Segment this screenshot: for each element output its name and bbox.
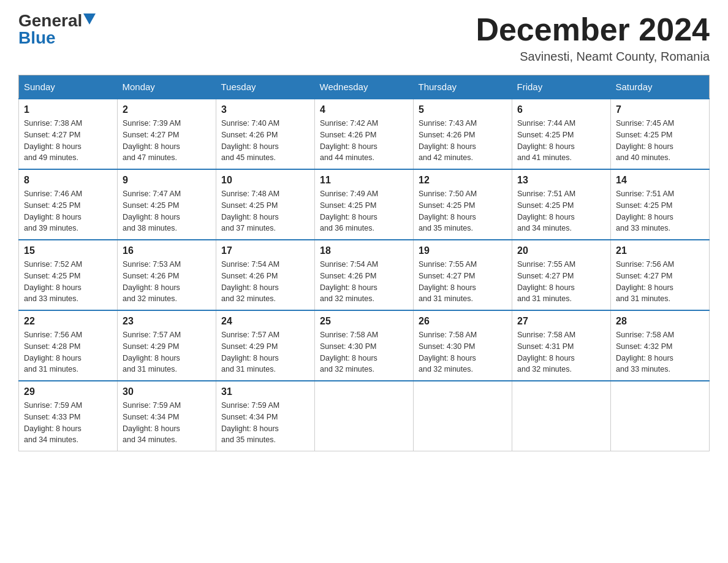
day-number: 20 — [517, 245, 605, 256]
calendar-cell: 30Sunrise: 7:59 AMSunset: 4:34 PMDayligh… — [118, 381, 216, 451]
day-info: Sunrise: 7:42 AMSunset: 4:26 PMDaylight:… — [320, 118, 408, 164]
calendar-cell: 31Sunrise: 7:59 AMSunset: 4:34 PMDayligh… — [216, 381, 315, 451]
day-number: 10 — [221, 175, 309, 186]
logo-triangle-icon — [83, 13, 96, 26]
day-number: 19 — [419, 245, 507, 256]
calendar-cell: 21Sunrise: 7:56 AMSunset: 4:27 PMDayligh… — [611, 240, 710, 310]
calendar-cell: 15Sunrise: 7:52 AMSunset: 4:25 PMDayligh… — [19, 240, 118, 310]
day-info: Sunrise: 7:45 AMSunset: 4:25 PMDaylight:… — [616, 118, 704, 164]
calendar-cell: 27Sunrise: 7:58 AMSunset: 4:31 PMDayligh… — [512, 310, 611, 381]
calendar-cell: 8Sunrise: 7:46 AMSunset: 4:25 PMDaylight… — [19, 169, 118, 240]
calendar-cell: 18Sunrise: 7:54 AMSunset: 4:26 PMDayligh… — [315, 240, 414, 310]
day-number: 25 — [320, 316, 408, 327]
calendar-cell: 12Sunrise: 7:50 AMSunset: 4:25 PMDayligh… — [414, 169, 512, 240]
header-monday: Monday — [118, 75, 216, 99]
calendar-cell: 23Sunrise: 7:57 AMSunset: 4:29 PMDayligh… — [118, 310, 216, 381]
day-number: 30 — [123, 386, 211, 397]
header-tuesday: Tuesday — [216, 75, 315, 99]
day-info: Sunrise: 7:40 AMSunset: 4:26 PMDaylight:… — [221, 118, 309, 164]
day-info: Sunrise: 7:46 AMSunset: 4:25 PMDaylight:… — [24, 188, 112, 234]
svg-marker-0 — [83, 13, 96, 25]
day-info: Sunrise: 7:58 AMSunset: 4:32 PMDaylight:… — [616, 329, 704, 375]
calendar-cell: 25Sunrise: 7:58 AMSunset: 4:30 PMDayligh… — [315, 310, 414, 381]
header-thursday: Thursday — [414, 75, 512, 99]
week-row-3: 15Sunrise: 7:52 AMSunset: 4:25 PMDayligh… — [19, 240, 710, 310]
calendar-cell: 5Sunrise: 7:43 AMSunset: 4:26 PMDaylight… — [414, 99, 512, 169]
day-number: 23 — [123, 316, 211, 327]
day-info: Sunrise: 7:56 AMSunset: 4:27 PMDaylight:… — [616, 259, 704, 305]
day-number: 18 — [320, 245, 408, 256]
calendar-table: SundayMondayTuesdayWednesdayThursdayFrid… — [18, 75, 710, 451]
day-info: Sunrise: 7:58 AMSunset: 4:30 PMDaylight:… — [419, 329, 507, 375]
day-number: 8 — [24, 175, 112, 186]
day-number: 12 — [419, 175, 507, 186]
day-info: Sunrise: 7:58 AMSunset: 4:31 PMDaylight:… — [517, 329, 605, 375]
calendar-cell: 22Sunrise: 7:56 AMSunset: 4:28 PMDayligh… — [19, 310, 118, 381]
page-header: General Blue December 2024 Savinesti, Ne… — [18, 12, 710, 64]
day-number: 28 — [616, 316, 704, 327]
calendar-cell: 9Sunrise: 7:47 AMSunset: 4:25 PMDaylight… — [118, 169, 216, 240]
day-info: Sunrise: 7:39 AMSunset: 4:27 PMDaylight:… — [123, 118, 211, 164]
week-row-4: 22Sunrise: 7:56 AMSunset: 4:28 PMDayligh… — [19, 310, 710, 381]
day-info: Sunrise: 7:44 AMSunset: 4:25 PMDaylight:… — [517, 118, 605, 164]
calendar-cell: 4Sunrise: 7:42 AMSunset: 4:26 PMDaylight… — [315, 99, 414, 169]
calendar-cell — [611, 381, 710, 451]
week-row-1: 1Sunrise: 7:38 AMSunset: 4:27 PMDaylight… — [19, 99, 710, 169]
day-info: Sunrise: 7:55 AMSunset: 4:27 PMDaylight:… — [419, 259, 507, 305]
logo-blue-text: Blue — [18, 29, 56, 47]
day-info: Sunrise: 7:50 AMSunset: 4:25 PMDaylight:… — [419, 188, 507, 234]
calendar-cell: 10Sunrise: 7:48 AMSunset: 4:25 PMDayligh… — [216, 169, 315, 240]
calendar-cell: 14Sunrise: 7:51 AMSunset: 4:25 PMDayligh… — [611, 169, 710, 240]
day-number: 22 — [24, 316, 112, 327]
calendar-cell: 2Sunrise: 7:39 AMSunset: 4:27 PMDaylight… — [118, 99, 216, 169]
day-number: 26 — [419, 316, 507, 327]
day-info: Sunrise: 7:52 AMSunset: 4:25 PMDaylight:… — [24, 259, 112, 305]
title-block: December 2024 Savinesti, Neamt County, R… — [476, 12, 710, 64]
day-info: Sunrise: 7:48 AMSunset: 4:25 PMDaylight:… — [221, 188, 309, 234]
calendar-cell: 17Sunrise: 7:54 AMSunset: 4:26 PMDayligh… — [216, 240, 315, 310]
calendar-cell: 16Sunrise: 7:53 AMSunset: 4:26 PMDayligh… — [118, 240, 216, 310]
day-info: Sunrise: 7:54 AMSunset: 4:26 PMDaylight:… — [320, 259, 408, 305]
calendar-cell: 20Sunrise: 7:55 AMSunset: 4:27 PMDayligh… — [512, 240, 611, 310]
day-info: Sunrise: 7:49 AMSunset: 4:25 PMDaylight:… — [320, 188, 408, 234]
day-info: Sunrise: 7:57 AMSunset: 4:29 PMDaylight:… — [221, 329, 309, 375]
calendar-header-row: SundayMondayTuesdayWednesdayThursdayFrid… — [19, 75, 710, 99]
calendar-cell: 24Sunrise: 7:57 AMSunset: 4:29 PMDayligh… — [216, 310, 315, 381]
day-number: 17 — [221, 245, 309, 256]
calendar-cell: 28Sunrise: 7:58 AMSunset: 4:32 PMDayligh… — [611, 310, 710, 381]
logo-general-text: General — [18, 12, 82, 29]
calendar-cell: 6Sunrise: 7:44 AMSunset: 4:25 PMDaylight… — [512, 99, 611, 169]
location-title: Savinesti, Neamt County, Romania — [476, 50, 710, 64]
day-info: Sunrise: 7:51 AMSunset: 4:25 PMDaylight:… — [517, 188, 605, 234]
calendar-cell — [512, 381, 611, 451]
calendar-cell: 3Sunrise: 7:40 AMSunset: 4:26 PMDaylight… — [216, 99, 315, 169]
header-wednesday: Wednesday — [315, 75, 414, 99]
calendar-cell: 29Sunrise: 7:59 AMSunset: 4:33 PMDayligh… — [19, 381, 118, 451]
calendar-cell — [315, 381, 414, 451]
day-info: Sunrise: 7:38 AMSunset: 4:27 PMDaylight:… — [24, 118, 112, 164]
day-info: Sunrise: 7:59 AMSunset: 4:34 PMDaylight:… — [221, 400, 309, 446]
header-friday: Friday — [512, 75, 611, 99]
month-title: December 2024 — [476, 12, 710, 47]
day-info: Sunrise: 7:57 AMSunset: 4:29 PMDaylight:… — [123, 329, 211, 375]
week-row-5: 29Sunrise: 7:59 AMSunset: 4:33 PMDayligh… — [19, 381, 710, 451]
day-number: 21 — [616, 245, 704, 256]
day-number: 1 — [24, 104, 112, 115]
day-info: Sunrise: 7:53 AMSunset: 4:26 PMDaylight:… — [123, 259, 211, 305]
header-saturday: Saturday — [611, 75, 710, 99]
day-number: 3 — [221, 104, 309, 115]
week-row-2: 8Sunrise: 7:46 AMSunset: 4:25 PMDaylight… — [19, 169, 710, 240]
day-info: Sunrise: 7:59 AMSunset: 4:33 PMDaylight:… — [24, 400, 112, 446]
day-number: 5 — [419, 104, 507, 115]
header-sunday: Sunday — [19, 75, 118, 99]
day-number: 9 — [123, 175, 211, 186]
day-info: Sunrise: 7:59 AMSunset: 4:34 PMDaylight:… — [123, 400, 211, 446]
calendar-cell: 19Sunrise: 7:55 AMSunset: 4:27 PMDayligh… — [414, 240, 512, 310]
day-number: 6 — [517, 104, 605, 115]
day-info: Sunrise: 7:47 AMSunset: 4:25 PMDaylight:… — [123, 188, 211, 234]
calendar-cell: 1Sunrise: 7:38 AMSunset: 4:27 PMDaylight… — [19, 99, 118, 169]
day-number: 31 — [221, 386, 309, 397]
day-number: 13 — [517, 175, 605, 186]
day-number: 11 — [320, 175, 408, 186]
calendar-cell: 7Sunrise: 7:45 AMSunset: 4:25 PMDaylight… — [611, 99, 710, 169]
